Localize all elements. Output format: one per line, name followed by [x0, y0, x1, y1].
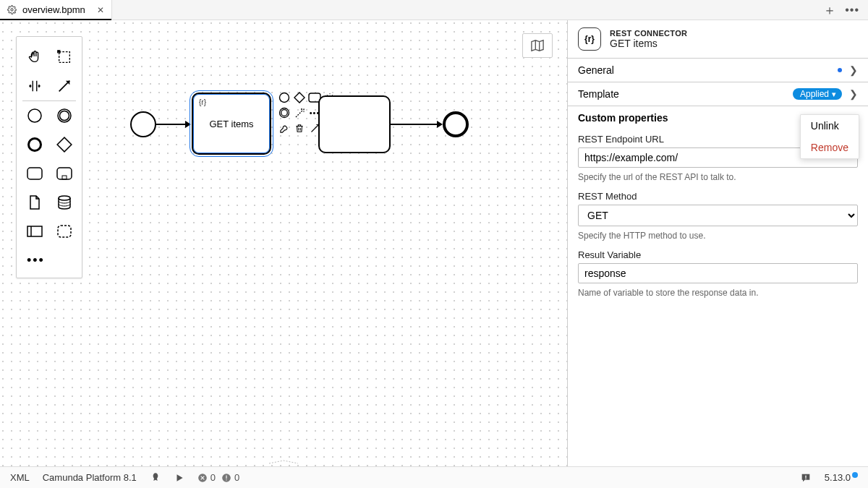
lasso-tool-button[interactable]: [49, 43, 79, 72]
template-status-badge[interactable]: Applied ▾: [793, 88, 842, 100]
error-count-value: 0: [210, 472, 216, 483]
create-end-event-button[interactable]: [20, 130, 49, 159]
template-status-label: Applied: [800, 89, 829, 99]
hand-tool-button[interactable]: [20, 43, 49, 72]
svg-rect-7: [27, 168, 42, 179]
minimap-toggle-button[interactable]: [522, 33, 553, 58]
cp-append-intermediate-button[interactable]: [278, 106, 291, 119]
create-data-store-button[interactable]: [49, 188, 79, 217]
task-get-items[interactable]: {r} GET items: [192, 93, 271, 155]
arrow-icon: [185, 121, 191, 128]
tab-overview-bpmn[interactable]: overview.bpmn ✕: [0, 0, 112, 20]
svg-point-5: [28, 139, 41, 151]
svg-point-0: [11, 9, 13, 11]
sequence-flow[interactable]: [156, 124, 185, 125]
chevron-right-icon: ❯: [849, 88, 858, 100]
template-group-header[interactable]: Template Applied ▾ ❯: [568, 82, 868, 106]
gear-icon: [7, 5, 17, 14]
cp-append-gateway-button[interactable]: [293, 91, 306, 104]
create-group-button[interactable]: [49, 217, 79, 246]
end-event-node[interactable]: [443, 111, 469, 137]
chevron-right-icon: ❯: [849, 64, 858, 76]
version-label[interactable]: 5.13.0: [825, 472, 858, 483]
custom-properties-label: Custom properties: [578, 112, 668, 124]
rest-method-description: Specify the HTTP method to use.: [568, 228, 868, 245]
element-type-label: REST CONNECTOR: [610, 29, 687, 38]
update-available-indicator-icon: [852, 472, 858, 478]
general-group-header[interactable]: General ❯: [568, 59, 868, 82]
rest-method-label: REST Method: [578, 191, 858, 202]
element-name-label: GET items: [610, 38, 687, 49]
create-data-object-button[interactable]: [20, 188, 49, 217]
error-count[interactable]: 0: [197, 472, 216, 483]
task-node[interactable]: [318, 95, 391, 153]
group-changed-indicator-icon: [838, 68, 842, 72]
template-actions-menu: Unlink Remove: [800, 114, 859, 159]
svg-point-2: [28, 109, 41, 122]
status-bar: XML Camunda Platform 8.1 0 0 5.13.0: [0, 466, 868, 488]
create-subprocess-button[interactable]: [49, 159, 79, 188]
result-variable-input[interactable]: [578, 263, 858, 283]
svg-rect-13: [58, 226, 71, 237]
svg-point-19: [281, 110, 288, 116]
svg-rect-1: [59, 52, 69, 63]
general-group-label: General: [578, 64, 614, 76]
cp-delete-button[interactable]: [293, 121, 306, 134]
template-group-label: Template: [578, 88, 619, 100]
new-tab-button[interactable]: ＋: [823, 1, 836, 19]
rest-method-select[interactable]: GET: [578, 205, 858, 226]
svg-rect-11: [27, 226, 42, 236]
chevron-down-icon: ▾: [832, 90, 836, 99]
start-event-node[interactable]: [130, 111, 156, 137]
endpoint-url-description: Specify the url of the REST API to talk …: [568, 169, 868, 187]
cp-append-event-button[interactable]: [278, 91, 291, 104]
template-marker-icon: {r}: [199, 98, 206, 106]
cp-annotation-button[interactable]: [293, 106, 306, 119]
result-variable-description: Name of variable to store the response d…: [568, 285, 868, 302]
start-instance-button[interactable]: [174, 473, 184, 483]
more-menu-button[interactable]: •••: [845, 4, 859, 17]
svg-rect-23: [226, 479, 226, 480]
svg-rect-6: [57, 137, 72, 152]
create-task-button[interactable]: [20, 159, 49, 188]
svg-rect-25: [805, 478, 806, 479]
palette-more-button[interactable]: •••: [20, 246, 79, 275]
deploy-button[interactable]: [150, 472, 161, 484]
feedback-button[interactable]: [800, 472, 812, 484]
svg-point-10: [59, 196, 70, 200]
element-type-icon: {r}: [578, 27, 601, 51]
svg-point-14: [280, 93, 289, 103]
sequence-flow[interactable]: [391, 124, 437, 125]
cp-wrench-button[interactable]: [278, 121, 291, 134]
svg-rect-8: [57, 168, 72, 179]
svg-rect-24: [805, 475, 806, 477]
create-gateway-button[interactable]: [49, 130, 79, 159]
space-tool-button[interactable]: [20, 72, 49, 100]
tool-palette: •••: [16, 36, 82, 278]
panel-resize-handle[interactable]: [268, 459, 299, 465]
menu-item-unlink[interactable]: Unlink: [801, 115, 859, 137]
create-start-event-button[interactable]: [20, 101, 49, 130]
platform-label[interactable]: Camunda Platform 8.1: [43, 472, 137, 483]
warning-count-value: 0: [234, 472, 239, 483]
global-connect-button[interactable]: [49, 72, 79, 100]
properties-header: {r} REST CONNECTOR GET items: [568, 20, 868, 58]
arrow-icon: [437, 121, 443, 128]
tab-bar: overview.bpmn ✕ ＋ •••: [0, 0, 868, 20]
svg-rect-15: [294, 93, 305, 103]
warning-count[interactable]: 0: [221, 472, 239, 483]
result-variable-label: Result Variable: [578, 249, 858, 260]
diagram-canvas[interactable]: ••• {r} GET items •••: [0, 20, 567, 466]
create-participant-button[interactable]: [20, 217, 49, 246]
svg-point-4: [59, 111, 69, 121]
tab-label: overview.bpmn: [22, 4, 85, 15]
xml-toggle-button[interactable]: XML: [10, 472, 30, 483]
close-icon[interactable]: ✕: [97, 5, 104, 15]
svg-rect-22: [226, 475, 226, 479]
menu-item-remove[interactable]: Remove: [801, 137, 859, 158]
version-text: 5.13.0: [825, 472, 851, 483]
task-label: GET items: [209, 119, 253, 129]
properties-panel: {r} REST CONNECTOR GET items General ❯ T…: [567, 20, 868, 466]
create-intermediate-event-button[interactable]: [49, 101, 79, 130]
